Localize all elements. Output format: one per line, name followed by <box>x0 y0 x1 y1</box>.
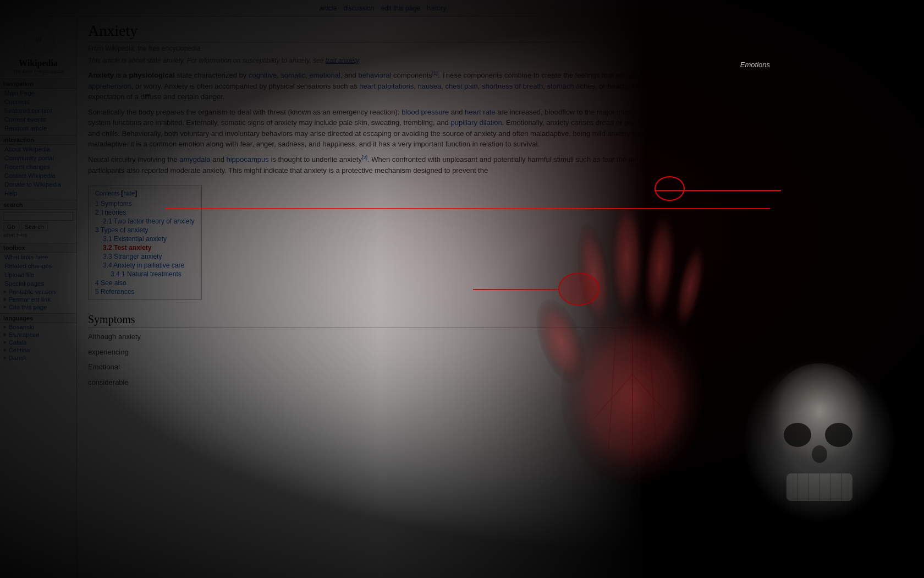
toc-item-3-3: 3.3 Stranger anxiety <box>95 252 195 261</box>
toc-link-twofactor[interactable]: 2.1 Two factor theory of anxiety <box>103 217 195 225</box>
sidebar-item-relatedchanges[interactable]: Related changes <box>0 261 76 270</box>
tab-discussion[interactable]: discussion <box>343 4 374 12</box>
sidebar-item-about[interactable]: About Wikipedia <box>0 145 76 154</box>
toc-box: Contents [hide] 1 Symptoms 2 Theories 2.… <box>88 186 202 300</box>
toc-link-natural[interactable]: 3.4.1 Natural treatments <box>111 270 182 278</box>
emotional-text: Emotional <box>88 362 748 373</box>
symptoms-text2: experiencing <box>88 347 748 358</box>
toc-link-palliative[interactable]: 3.4 Anxiety in palliative care <box>103 261 184 269</box>
search-section: search <box>0 200 76 210</box>
sidebar-logo: W Wikipedia The Free Encyclopedia <box>0 19 76 77</box>
bullet-icon: ■ <box>3 355 6 361</box>
sidebar-item-specialpages[interactable]: Special pages <box>0 279 76 288</box>
toc-link-references[interactable]: 5 References <box>95 288 134 296</box>
sidebar-item-donate[interactable]: Donate to Wikipedia <box>0 180 76 189</box>
svg-point-14 <box>784 423 811 447</box>
go-button[interactable]: Go <box>3 222 19 231</box>
headache-link[interactable]: headache <box>607 82 640 90</box>
sidebar-item-random[interactable]: Random article <box>0 124 76 133</box>
intro-paragraph: Anxiety is a physiological state charact… <box>88 70 748 102</box>
sidebar-item-featured[interactable]: Featured content <box>0 106 76 115</box>
toc-link-stranger[interactable]: 3.3 Stranger anxiety <box>103 253 162 260</box>
lang-czech[interactable]: Čeština <box>8 347 30 353</box>
sidebar-item-help[interactable]: Help <box>0 189 76 198</box>
lang-bulgarian[interactable]: Български <box>8 331 38 338</box>
toc-item-3-2: 3.2 Test anxiety <box>95 243 195 252</box>
toc-link-seealso[interactable]: 4 See also <box>95 279 127 287</box>
wiki-subtitle: From Wikipedia, the free encyclopedia <box>88 45 748 52</box>
toolbox-section: toolbox <box>0 243 76 253</box>
sidebar-item-uploadfile[interactable]: Upload file <box>0 270 76 279</box>
sidebar-item-mainpage[interactable]: Main Page <box>0 89 76 97</box>
sidebar-item-printable[interactable]: Printable version <box>8 288 56 295</box>
lang-danish[interactable]: Dansk <box>8 355 26 361</box>
toc-item-3: 3 Types of anxiety <box>95 226 195 235</box>
interaction-section: interaction <box>0 135 76 145</box>
emotional-link[interactable]: emotional <box>310 71 340 79</box>
sob-link[interactable]: shortness of breath <box>482 82 543 90</box>
apprehension-link[interactable]: apprehension <box>88 82 131 90</box>
toc-item-3-4-1: 3.4.1 Natural treatments <box>95 270 195 279</box>
sidebar-item-permanent-wrap: ■ Permanent link <box>0 296 76 303</box>
pupillarydilation-link[interactable]: pupillary dilation <box>450 118 502 127</box>
toc-link-theories[interactable]: 2 Theories <box>95 209 126 216</box>
nausea-link[interactable]: nausea <box>418 82 442 90</box>
sidebar-item-printable-wrap: ■ Printable version <box>0 288 76 296</box>
behavioral-link[interactable]: behavioral <box>358 71 391 79</box>
amygdala-link[interactable]: amygdala <box>179 155 210 163</box>
toc-link-test-anxiety[interactable]: 3.2 Test anxiety <box>103 244 152 252</box>
sidebar-item-permanent[interactable]: Permanent link <box>8 296 51 303</box>
logo-subtitle: The Free Encyclopedia <box>2 69 74 74</box>
toc-link-types[interactable]: 3 Types of anxiety <box>95 226 148 234</box>
login-link[interactable]: Log in <box>692 4 709 11</box>
page-title: Anxiety <box>88 22 748 42</box>
symptoms-section-title: Symptoms <box>88 313 748 328</box>
lang-danish-wrap: ■ Dansk <box>0 354 76 362</box>
svg-text:W: W <box>36 37 41 43</box>
top-bar: article discussion edit this page histor… <box>0 0 759 17</box>
heartpalp-link[interactable]: heart palpitations <box>359 82 414 90</box>
bloodpressure-link[interactable]: blood pressure <box>402 108 449 116</box>
toc-link-symptoms[interactable]: 1 Symptoms <box>95 200 132 208</box>
tab-history[interactable]: history <box>427 4 446 12</box>
sidebar-item-contact[interactable]: Contact Wikipedia <box>0 171 76 180</box>
sidebar-item-cite-wrap: ■ Cite this page <box>0 303 76 311</box>
heartrate-link[interactable]: heart rate <box>465 108 496 116</box>
sidebar-item-currentevents[interactable]: Current events <box>0 115 76 124</box>
user-icon: 👤 <box>683 4 691 11</box>
tab-edit[interactable]: edit this page <box>381 4 420 12</box>
tab-article[interactable]: article <box>319 4 337 12</box>
search-input[interactable] <box>3 212 73 221</box>
sidebar-item-contents[interactable]: Contents <box>0 97 76 106</box>
somatic-paragraph: Somatically the body prepares the organi… <box>88 107 748 150</box>
hippocampus-link[interactable]: hippocampus <box>226 155 268 163</box>
skull-area <box>743 358 897 523</box>
bullet-icon: ■ <box>3 340 6 345</box>
sidebar-item-community[interactable]: Community portal <box>0 154 76 162</box>
lang-bosanski-wrap: ■ Bosanski <box>0 323 76 331</box>
lang-catala[interactable]: Català <box>8 339 26 346</box>
create-account-link[interactable]: create account <box>714 4 754 11</box>
svg-rect-17 <box>787 473 853 501</box>
cognitive-link[interactable]: cognitive <box>249 71 277 79</box>
toc-title: Contents [hide] <box>95 189 195 197</box>
fear-link[interactable]: fear <box>697 71 709 79</box>
sidebar-item-recentchanges[interactable]: Recent changes <box>0 162 76 171</box>
stomachache-link[interactable]: stomach aches <box>547 82 595 90</box>
sidebar-item-cite[interactable]: Cite this page <box>8 304 47 310</box>
toc-link-existential[interactable]: 3.1 Existential anxiety <box>103 235 167 243</box>
search-button[interactable]: Search <box>21 222 48 231</box>
emotional-text2: considerable <box>88 377 748 388</box>
sidebar-item-whatlinks[interactable]: What links here <box>0 253 76 261</box>
svg-point-16 <box>812 445 827 463</box>
chestpain-link[interactable]: chest pain <box>445 82 477 90</box>
content-area: Anxiety From Wikipedia, the free encyclo… <box>77 17 759 578</box>
lang-bosanski[interactable]: Bosanski <box>8 324 34 330</box>
somatic-link[interactable]: somatic <box>280 71 305 79</box>
search-whathere: what here <box>3 232 73 238</box>
lang-catala-wrap: ■ Català <box>0 339 76 346</box>
bullet-icon: ■ <box>3 289 6 295</box>
toc-hide[interactable]: hide <box>123 190 135 197</box>
wikipedia-logo-icon: W <box>22 24 55 57</box>
trait-anxiety-link[interactable]: trait anxiety <box>326 57 359 64</box>
